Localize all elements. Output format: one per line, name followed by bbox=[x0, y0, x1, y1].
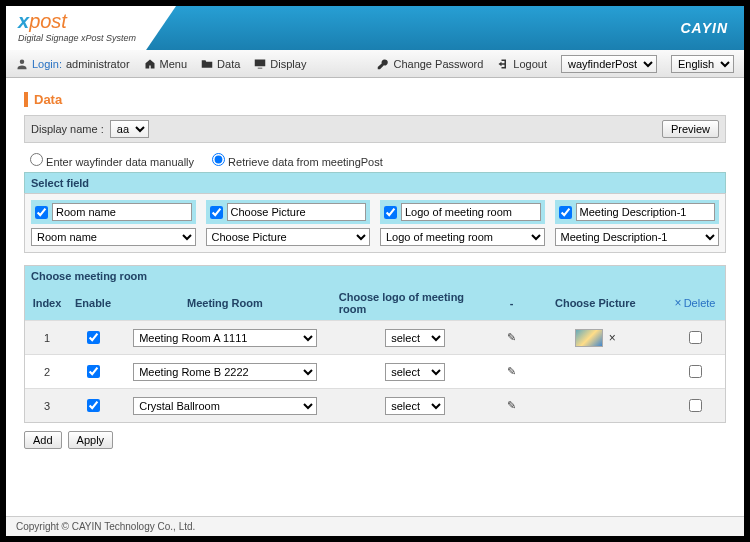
field-checkbox[interactable] bbox=[210, 206, 223, 219]
field-label-input[interactable] bbox=[576, 203, 716, 221]
menu-button[interactable]: Menu bbox=[144, 58, 188, 70]
pencil-icon[interactable]: ✎ bbox=[507, 331, 516, 344]
meeting-room-select[interactable]: Crystal Ballroom bbox=[133, 397, 316, 415]
meeting-room-select[interactable]: Meeting Rome B 2222 bbox=[133, 363, 316, 381]
choose-room-header: Choose meeting room bbox=[25, 266, 725, 286]
display-name-row: Display name : aa Preview bbox=[24, 115, 726, 143]
row-index: 1 bbox=[25, 321, 69, 354]
page-title: Data bbox=[24, 92, 726, 107]
key-icon bbox=[377, 58, 389, 70]
rooms-table-header: Index Enable Meeting Room Choose logo of… bbox=[25, 286, 725, 320]
data-button[interactable]: Data bbox=[201, 58, 240, 70]
picture-thumbnail bbox=[575, 329, 603, 347]
delete-all-link[interactable]: Delete bbox=[675, 296, 716, 310]
radio-manual[interactable]: Enter wayfinder data manually bbox=[30, 153, 194, 168]
logo-post: post bbox=[29, 10, 67, 32]
table-row: 2Meeting Rome B 2222select✎ bbox=[25, 354, 725, 388]
field-label-input[interactable] bbox=[401, 203, 541, 221]
display-icon bbox=[254, 58, 266, 70]
field-mapping-select[interactable]: Choose Picture bbox=[206, 228, 371, 246]
field-mapping-select[interactable]: Room name bbox=[31, 228, 196, 246]
change-password-button[interactable]: Change Password bbox=[377, 58, 483, 70]
folder-icon bbox=[201, 58, 213, 70]
field-checkbox[interactable] bbox=[384, 206, 397, 219]
pencil-icon[interactable]: ✎ bbox=[507, 365, 516, 378]
enable-checkbox[interactable] bbox=[87, 365, 100, 378]
display-name-select[interactable]: aa bbox=[110, 120, 149, 138]
field-checkbox[interactable] bbox=[35, 206, 48, 219]
remove-picture-button[interactable]: × bbox=[609, 331, 616, 345]
select-field-panel: Room nameChoose PictureLogo of meeting r… bbox=[24, 193, 726, 253]
footer: Copyright © CAYIN Technology Co., Ltd. bbox=[6, 516, 744, 536]
add-button[interactable]: Add bbox=[24, 431, 62, 449]
copyright: Copyright © CAYIN Technology Co., Ltd. bbox=[16, 521, 195, 532]
display-button[interactable]: Display bbox=[254, 58, 306, 70]
table-row: 3Crystal Ballroomselect✎ bbox=[25, 388, 725, 422]
module-select[interactable]: wayfinderPost bbox=[561, 55, 657, 73]
app-header: xpost Digital Signage xPost System CAYIN bbox=[6, 6, 744, 50]
select-field-header: Select field bbox=[24, 172, 726, 193]
field-label-input[interactable] bbox=[227, 203, 367, 221]
table-row: 1Meeting Room A 1111select✎× bbox=[25, 320, 725, 354]
logo-x: x bbox=[18, 10, 29, 32]
pencil-icon[interactable]: ✎ bbox=[507, 399, 516, 412]
home-icon bbox=[144, 58, 156, 70]
field-check-0 bbox=[31, 200, 196, 224]
logo-select[interactable]: select bbox=[385, 397, 445, 415]
delete-checkbox[interactable] bbox=[689, 331, 702, 344]
logo-area: xpost Digital Signage xPost System bbox=[6, 6, 176, 50]
language-select[interactable]: English bbox=[671, 55, 734, 73]
toolbar: Login: administrator Menu Data Display C… bbox=[6, 50, 744, 78]
display-name-label: Display name : bbox=[31, 123, 104, 135]
field-checkbox[interactable] bbox=[559, 206, 572, 219]
user-icon bbox=[16, 58, 28, 70]
brand-label: CAYIN bbox=[680, 20, 744, 36]
radio-meetingpost[interactable]: Retrieve data from meetingPost bbox=[212, 153, 383, 168]
logo-select[interactable]: select bbox=[385, 363, 445, 381]
enable-checkbox[interactable] bbox=[87, 399, 100, 412]
apply-button[interactable]: Apply bbox=[68, 431, 114, 449]
enable-checkbox[interactable] bbox=[87, 331, 100, 344]
login-info: Login: administrator bbox=[16, 58, 130, 70]
field-mapping-select[interactable]: Logo of meeting room bbox=[380, 228, 545, 246]
row-index: 3 bbox=[25, 389, 69, 422]
field-label-input[interactable] bbox=[52, 203, 192, 221]
field-check-3 bbox=[555, 200, 720, 224]
logout-icon bbox=[497, 58, 509, 70]
field-check-2 bbox=[380, 200, 545, 224]
rooms-table: Choose meeting room Index Enable Meeting… bbox=[24, 265, 726, 423]
logo-select[interactable]: select bbox=[385, 329, 445, 347]
preview-button[interactable]: Preview bbox=[662, 120, 719, 138]
delete-checkbox[interactable] bbox=[689, 399, 702, 412]
field-mapping-select[interactable]: Meeting Description-1 bbox=[555, 228, 720, 246]
logout-button[interactable]: Logout bbox=[497, 58, 547, 70]
logo-subtitle: Digital Signage xPost System bbox=[18, 33, 136, 43]
field-check-1 bbox=[206, 200, 371, 224]
meeting-room-select[interactable]: Meeting Room A 1111 bbox=[133, 329, 316, 347]
delete-checkbox[interactable] bbox=[689, 365, 702, 378]
content-area: Data Display name : aa Preview Enter way… bbox=[6, 78, 744, 516]
data-source-radios: Enter wayfinder data manually Retrieve d… bbox=[24, 149, 726, 172]
row-index: 2 bbox=[25, 355, 69, 388]
